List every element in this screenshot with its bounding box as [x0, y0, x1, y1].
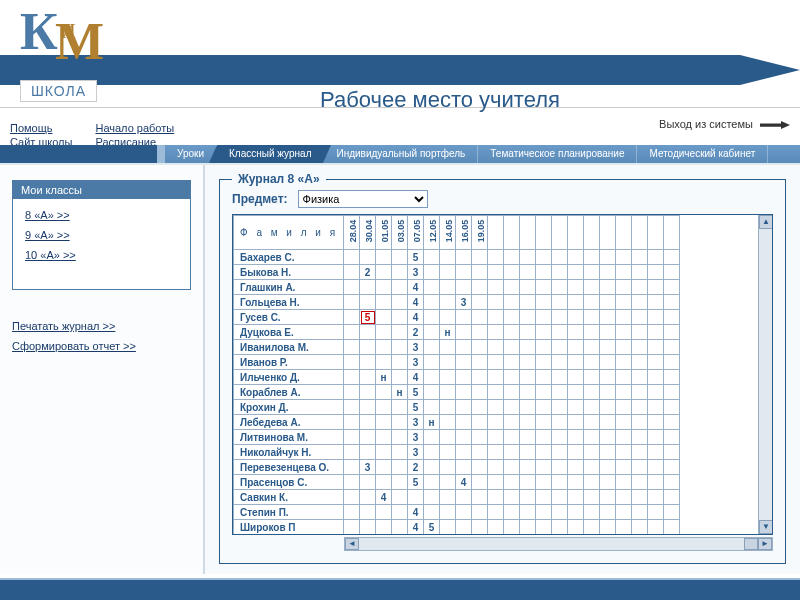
grade-cell[interactable]: [392, 340, 408, 355]
grade-cell[interactable]: [424, 280, 440, 295]
grade-cell[interactable]: [472, 325, 488, 340]
grade-cell[interactable]: [472, 265, 488, 280]
grade-cell[interactable]: [648, 460, 664, 475]
grade-cell[interactable]: [488, 340, 504, 355]
grade-cell[interactable]: [504, 475, 520, 490]
grade-cell[interactable]: н: [376, 370, 392, 385]
grade-cell[interactable]: [648, 355, 664, 370]
grade-cell[interactable]: [664, 415, 680, 430]
grade-cell[interactable]: [456, 355, 472, 370]
grade-cell[interactable]: [536, 490, 552, 505]
grade-cell[interactable]: [600, 505, 616, 520]
grade-cell[interactable]: [376, 325, 392, 340]
grade-cell[interactable]: [600, 370, 616, 385]
grade-cell[interactable]: [664, 385, 680, 400]
grade-cell[interactable]: [472, 505, 488, 520]
grade-cell[interactable]: [632, 340, 648, 355]
grade-cell[interactable]: [344, 340, 360, 355]
grade-cell[interactable]: [552, 340, 568, 355]
grade-cell[interactable]: [360, 400, 376, 415]
grade-cell[interactable]: 4: [456, 475, 472, 490]
grade-cell[interactable]: [552, 250, 568, 265]
grade-cell[interactable]: [456, 445, 472, 460]
grade-cell[interactable]: [376, 340, 392, 355]
grade-cell[interactable]: [392, 400, 408, 415]
grade-cell[interactable]: [552, 430, 568, 445]
grade-cell[interactable]: [440, 415, 456, 430]
grade-cell[interactable]: [392, 460, 408, 475]
grade-cell[interactable]: [504, 325, 520, 340]
grade-cell[interactable]: [648, 295, 664, 310]
grade-cell[interactable]: 5: [360, 310, 376, 325]
grade-cell[interactable]: 4: [408, 520, 424, 535]
grade-cell[interactable]: [424, 355, 440, 370]
grade-cell[interactable]: [424, 265, 440, 280]
grade-cell[interactable]: [632, 445, 648, 460]
grade-cell[interactable]: [440, 520, 456, 535]
grade-cell[interactable]: [664, 490, 680, 505]
class-link[interactable]: 10 «А» >>: [25, 249, 178, 261]
grade-cell[interactable]: [360, 490, 376, 505]
grade-cell[interactable]: [536, 265, 552, 280]
grade-cell[interactable]: [632, 460, 648, 475]
grade-cell[interactable]: [440, 400, 456, 415]
grade-cell[interactable]: [520, 430, 536, 445]
grade-cell[interactable]: [568, 370, 584, 385]
grade-cell[interactable]: [376, 265, 392, 280]
grade-cell[interactable]: [536, 415, 552, 430]
grade-cell[interactable]: [664, 370, 680, 385]
grade-cell[interactable]: [536, 250, 552, 265]
grade-cell[interactable]: [456, 280, 472, 295]
grade-cell[interactable]: [504, 280, 520, 295]
grade-cell[interactable]: [600, 520, 616, 535]
grade-cell[interactable]: [616, 430, 632, 445]
grade-cell[interactable]: [456, 520, 472, 535]
grade-cell[interactable]: [552, 460, 568, 475]
grade-cell[interactable]: [360, 520, 376, 535]
grade-cell[interactable]: [424, 340, 440, 355]
grade-cell[interactable]: 3: [408, 355, 424, 370]
grade-cell[interactable]: [488, 415, 504, 430]
grade-cell[interactable]: [568, 400, 584, 415]
grade-cell[interactable]: [648, 490, 664, 505]
grade-cell[interactable]: [504, 505, 520, 520]
grade-cell[interactable]: 3: [408, 445, 424, 460]
grade-cell[interactable]: [440, 430, 456, 445]
grade-cell[interactable]: [344, 430, 360, 445]
grade-cell[interactable]: [344, 370, 360, 385]
grade-cell[interactable]: [600, 415, 616, 430]
grade-cell[interactable]: н: [424, 415, 440, 430]
class-link[interactable]: 9 «А» >>: [25, 229, 178, 241]
grade-cell[interactable]: [664, 310, 680, 325]
grade-cell[interactable]: [504, 520, 520, 535]
grade-cell[interactable]: [520, 325, 536, 340]
grade-cell[interactable]: [648, 430, 664, 445]
grade-cell[interactable]: [440, 505, 456, 520]
grade-cell[interactable]: [568, 280, 584, 295]
grade-cell[interactable]: [344, 445, 360, 460]
grade-cell[interactable]: [424, 445, 440, 460]
grade-cell[interactable]: [440, 340, 456, 355]
grade-cell[interactable]: [472, 520, 488, 535]
side-action-link[interactable]: Сформировать отчет >>: [12, 340, 191, 352]
grade-cell[interactable]: [536, 325, 552, 340]
grade-cell[interactable]: [568, 385, 584, 400]
grade-cell[interactable]: [520, 385, 536, 400]
grade-cell[interactable]: [472, 385, 488, 400]
grade-cell[interactable]: [360, 475, 376, 490]
grade-cell[interactable]: [424, 310, 440, 325]
grade-cell[interactable]: [488, 520, 504, 535]
grade-cell[interactable]: [440, 370, 456, 385]
tab-1[interactable]: Классный журнал: [217, 145, 324, 163]
scroll-down-button[interactable]: ▼: [759, 520, 773, 534]
grade-cell[interactable]: [536, 310, 552, 325]
grade-cell[interactable]: [424, 490, 440, 505]
grade-cell[interactable]: [424, 295, 440, 310]
grade-cell[interactable]: [552, 400, 568, 415]
grade-cell[interactable]: [424, 385, 440, 400]
grade-cell[interactable]: 4: [376, 490, 392, 505]
grade-cell[interactable]: [392, 430, 408, 445]
grade-cell[interactable]: [504, 355, 520, 370]
grade-cell[interactable]: [424, 370, 440, 385]
grade-cell[interactable]: [392, 325, 408, 340]
